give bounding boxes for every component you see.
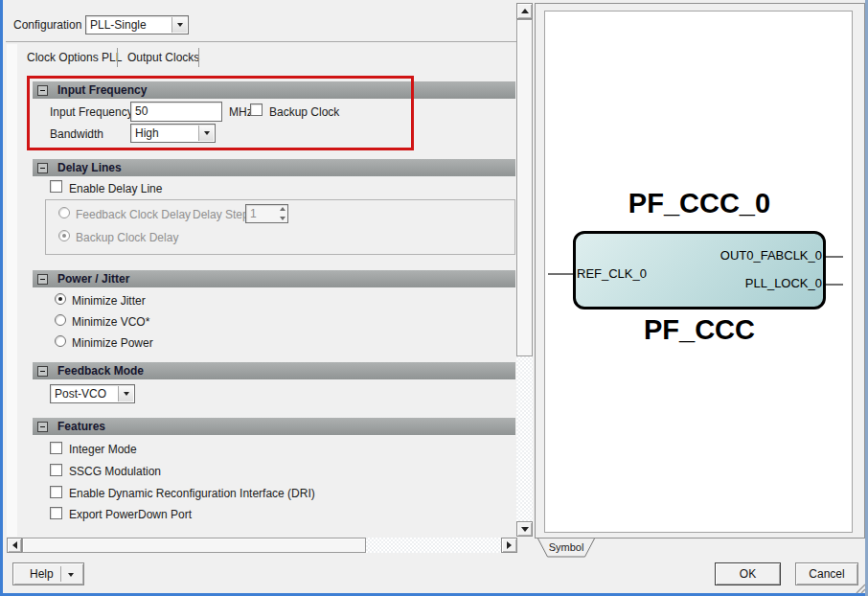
spinner-up-icon[interactable] (280, 207, 286, 211)
integer-mode-checkbox[interactable] (50, 442, 62, 454)
minimize-power-radio[interactable] (55, 335, 66, 347)
scroll-down-button[interactable] (516, 521, 533, 537)
feedback-clock-delay-radio[interactable] (58, 207, 70, 218)
tab-output-clocks[interactable]: Output Clocks (127, 51, 199, 64)
section-header-delay-lines[interactable]: Delay Lines (33, 159, 515, 176)
divider (6, 41, 516, 42)
spinner-down-icon[interactable] (280, 217, 286, 220)
horizontal-scrollbar-track[interactable] (366, 538, 501, 553)
help-button-divider (60, 566, 61, 582)
enable-delay-line-checkbox[interactable] (50, 180, 62, 193)
vertical-scrollbar-thumb[interactable] (516, 19, 533, 356)
export-powerdown-label: Export PowerDown Port (69, 508, 192, 521)
section-header-feedback-mode[interactable]: Feedback Mode (33, 362, 515, 379)
chevron-down-icon[interactable] (68, 573, 74, 577)
scroll-left-button[interactable] (7, 538, 22, 553)
cancel-button-label: Cancel (809, 567, 844, 581)
section-header-features[interactable]: Features (33, 418, 515, 435)
help-button[interactable]: Help (12, 562, 84, 585)
scroll-right-button[interactable] (501, 538, 517, 553)
sscg-modulation-checkbox[interactable] (50, 464, 62, 476)
symbol-component-name: PF_CCC (573, 314, 826, 346)
minimize-jitter-radio[interactable] (55, 293, 66, 305)
help-button-label: Help (30, 567, 54, 581)
section-title: Delay Lines (57, 161, 122, 174)
enable-dri-checkbox[interactable] (50, 486, 62, 498)
sscg-modulation-label: SSCG Modulation (69, 465, 161, 478)
feedback-mode-value: Post-VCO (55, 387, 106, 401)
symbol-instance-name: PF_CCC_0 (573, 188, 826, 219)
collapse-icon[interactable] (37, 366, 48, 377)
collapse-icon[interactable] (37, 422, 48, 432)
tab-symbol-label: Symbol (537, 541, 595, 553)
scroll-area-margin (7, 44, 17, 537)
port-stub-pll-lock (826, 284, 843, 286)
section-title: Power / Jitter (57, 272, 129, 286)
delay-steps-spinner[interactable]: 1 (245, 204, 288, 223)
chevron-down-icon[interactable] (171, 17, 187, 33)
configuration-label: Configuration (13, 18, 81, 32)
tab-separator (117, 48, 118, 67)
tab-clock-options-pll[interactable]: Clock Options PLL (27, 51, 122, 64)
export-powerdown-checkbox[interactable] (50, 507, 62, 519)
tab-symbol[interactable]: Symbol (537, 539, 595, 558)
highlight-rectangle (27, 76, 414, 150)
window-border-left (0, 0, 3, 596)
port-label-out0-fabclk: OUT0_FABCLK_0 (613, 248, 822, 263)
ok-button-label: OK (740, 567, 756, 581)
configuration-value: PLL-Single (90, 18, 147, 32)
ok-button[interactable]: OK (715, 562, 781, 585)
vertical-scrollbar-track[interactable] (516, 356, 533, 521)
section-header-power-jitter[interactable]: Power / Jitter (33, 270, 515, 287)
port-stub-ref-clk (548, 273, 573, 275)
resize-grip-icon[interactable] (853, 581, 866, 594)
enable-delay-line-label: Enable Delay Line (69, 182, 162, 195)
section-title: Features (57, 420, 105, 433)
chevron-down-icon[interactable] (118, 386, 133, 401)
section-title: Feedback Mode (57, 364, 144, 378)
minimize-power-label: Minimize Power (72, 336, 153, 350)
enable-dri-label: Enable Dynamic Reconfiguration Interface… (69, 487, 315, 500)
collapse-icon[interactable] (37, 274, 48, 285)
scroll-up-button[interactable] (516, 3, 533, 19)
port-label-pll-lock: PLL_LOCK_0 (613, 276, 822, 290)
backup-clock-delay-radio[interactable] (58, 230, 70, 241)
cancel-button[interactable]: Cancel (795, 562, 858, 585)
horizontal-scrollbar-thumb[interactable] (22, 538, 366, 553)
pf-ccc-configurator-dialog: Configuration PLL-Single Clock Options P… (0, 0, 868, 596)
feedback-mode-select[interactable]: Post-VCO (50, 384, 135, 403)
collapse-icon[interactable] (37, 163, 48, 173)
delay-steps-value: 1 (250, 207, 257, 220)
minimize-vco-radio[interactable] (55, 314, 66, 326)
feedback-clock-delay-label: Feedback Clock Delay (76, 208, 191, 221)
minimize-jitter-label: Minimize Jitter (72, 294, 146, 308)
minimize-vco-label: Minimize VCO* (72, 315, 149, 329)
integer-mode-label: Integer Mode (69, 443, 137, 456)
port-stub-out0-fabclk (826, 256, 843, 258)
tab-separator (198, 48, 199, 67)
backup-clock-delay-label: Backup Clock Delay (76, 231, 178, 244)
configuration-select[interactable]: PLL-Single (85, 15, 189, 34)
